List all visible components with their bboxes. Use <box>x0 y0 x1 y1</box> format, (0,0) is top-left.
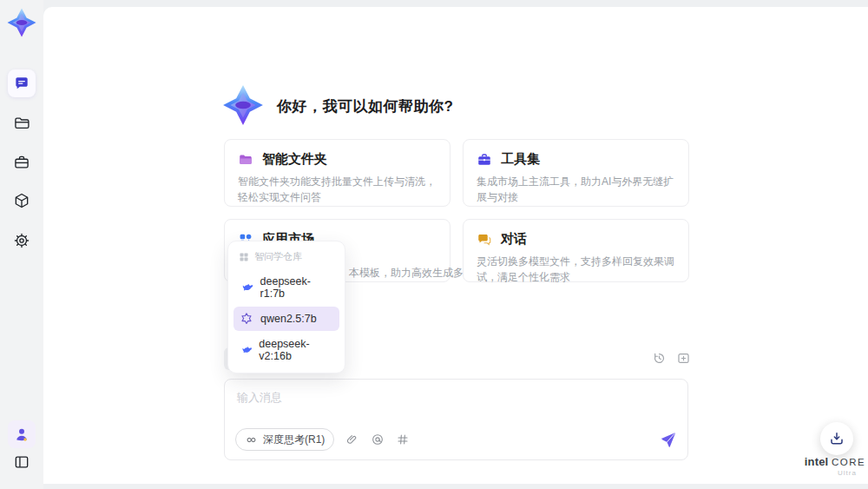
sidebar-item-toolbox[interactable] <box>8 149 36 176</box>
card-desc: 集成市场上主流工具，助力AI与外界无缝扩展与对接 <box>477 174 675 205</box>
download-fab[interactable] <box>820 422 853 455</box>
deepseek-whale-icon <box>240 343 252 357</box>
download-icon <box>828 430 845 447</box>
deep-think-icon <box>245 433 258 446</box>
hash-grid-icon <box>396 433 410 446</box>
cube-icon <box>13 192 30 209</box>
model-option-label: deepseek-v2:16b <box>259 338 333 362</box>
history-icon <box>652 351 667 366</box>
model-option-label: qwen2.5:7b <box>260 313 317 325</box>
model-dropdown-header: 智问学仓库 <box>233 247 339 268</box>
paperclip-icon <box>345 433 359 446</box>
send-button[interactable] <box>658 430 677 449</box>
sidebar-item-panel-toggle[interactable] <box>8 448 36 476</box>
sidebar-item-chat[interactable] <box>8 69 36 97</box>
card-dialogue[interactable]: 对话 灵活切换多模型文件，支持多样回复效果调试，满足个性化需求 <box>463 219 689 282</box>
chat-input-box: 深度思考(R1) <box>224 379 688 460</box>
model-dropdown: 智问学仓库 deepseek-r1:7b qwen2.5:7b deepseek… <box>227 241 345 373</box>
card-smart-folder[interactable]: 智能文件夹 智能文件夹功能支持批量文件上传与清洗，轻松实现文件问答 <box>224 139 450 207</box>
gem-logo-icon <box>221 83 265 127</box>
commands-button[interactable] <box>396 433 410 446</box>
repo-icon <box>239 252 249 262</box>
history-button[interactable] <box>652 351 667 366</box>
sidebar-item-settings[interactable] <box>8 227 36 254</box>
conversation-actions <box>652 351 691 366</box>
deep-think-label: 深度思考(R1) <box>263 433 325 447</box>
card-title: 对话 <box>501 231 527 248</box>
panel-icon <box>13 453 30 471</box>
user-icon <box>13 426 30 443</box>
greeting-logo <box>221 83 265 127</box>
model-option-qwen[interactable]: qwen2.5:7b <box>233 307 339 331</box>
card-title: 工具集 <box>501 151 540 168</box>
model-option-deepseek-r1[interactable]: deepseek-r1:7b <box>233 270 339 305</box>
briefcase-icon <box>13 154 30 171</box>
card-toolset[interactable]: 工具集 集成市场上主流工具，助力AI与外界无缝扩展与对接 <box>463 139 689 207</box>
sidebar <box>0 0 43 489</box>
model-option-deepseek-v2[interactable]: deepseek-v2:16b <box>233 333 339 367</box>
smart-folder-icon <box>238 152 253 168</box>
qwen-icon <box>240 312 253 326</box>
mention-button[interactable] <box>371 433 385 446</box>
message-input[interactable] <box>225 380 687 425</box>
greeting-text: 你好，我可以如何帮助你? <box>277 96 453 116</box>
intel-core-badge: intel CORE Ultra <box>800 455 868 477</box>
folder-icon <box>13 115 30 132</box>
deep-think-button[interactable]: 深度思考(R1) <box>235 428 334 451</box>
sidebar-item-folders[interactable] <box>8 109 36 137</box>
deepseek-whale-icon <box>240 281 253 294</box>
ultra-logo-text: Ultra <box>800 469 868 477</box>
intel-logo-text: intel <box>805 455 829 468</box>
card-desc: 灵活切换多模型文件，支持多样回复效果调试，满足个性化需求 <box>477 254 675 285</box>
card-title: 智能文件夹 <box>262 151 327 168</box>
chat-bubble-icon <box>13 75 30 92</box>
app-logo[interactable] <box>6 7 37 38</box>
send-icon <box>658 430 677 449</box>
at-icon <box>371 433 385 446</box>
card-desc: 智能文件夹功能支持批量文件上传与清洗，轻松实现文件问答 <box>238 174 437 205</box>
model-dropdown-header-label: 智问学仓库 <box>254 250 302 263</box>
sidebar-item-apps[interactable] <box>8 187 36 215</box>
new-chat-button[interactable] <box>676 351 691 366</box>
input-toolbar: 深度思考(R1) <box>235 428 677 451</box>
sidebar-item-user[interactable] <box>8 420 36 448</box>
gem-logo-icon <box>6 7 37 38</box>
card-desc-visible-fragment: 本模板，助力高效生成多 <box>349 266 464 281</box>
new-chat-icon <box>676 351 691 366</box>
model-option-label: deepseek-r1:7b <box>260 275 333 300</box>
gear-icon <box>13 232 30 249</box>
attachment-button[interactable] <box>345 433 359 446</box>
dialogue-icon <box>477 232 492 248</box>
core-logo-text: CORE <box>832 457 865 467</box>
toolset-icon <box>477 152 492 168</box>
